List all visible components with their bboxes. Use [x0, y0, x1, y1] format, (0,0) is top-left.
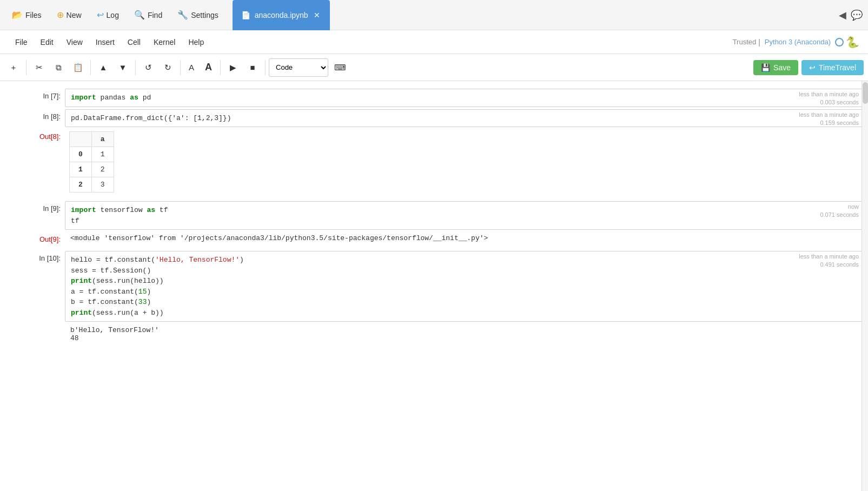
- cell-out10-text: b'Hello, TensorFlow!' 48: [65, 324, 863, 344]
- df-header-index: [70, 132, 92, 147]
- scrollbar-track[interactable]: [862, 81, 868, 491]
- cell-out10: b'Hello, TensorFlow!' 48: [65, 324, 863, 344]
- paste-button[interactable]: 📋: [69, 58, 87, 77]
- df-cell-2-idx: 2: [70, 177, 92, 193]
- toolbar-sep-1: [26, 60, 26, 75]
- add-cell-button[interactable]: +: [4, 58, 23, 77]
- log-button[interactable]: ↩ Log: [90, 6, 125, 23]
- redo-button[interactable]: ↻: [158, 58, 177, 77]
- log-icon: ↩: [97, 10, 104, 20]
- df-row-1: 1 2: [70, 162, 114, 177]
- cell-out9: <module 'tensorflow' from '/projects/ana…: [65, 232, 863, 244]
- cell-in7-meta: less than a minute ago0.003 seconds: [799, 90, 859, 107]
- find-button[interactable]: 🔍 Find: [128, 6, 169, 23]
- cell-in10-code[interactable]: hello = tf.constant('Hello, TensorFlow!'…: [65, 251, 862, 321]
- cell-out9-text: <module 'tensorflow' from '/projects/ana…: [65, 232, 863, 244]
- active-tab[interactable]: 📄 anaconda.ipynb ✕: [233, 0, 330, 30]
- toolbar-sep-5: [220, 60, 221, 75]
- df-row-0: 0 1: [70, 147, 114, 162]
- cell-in9-meta: now0.071 seconds: [820, 203, 859, 220]
- font-larger-button[interactable]: A: [200, 58, 217, 77]
- menu-cell[interactable]: Cell: [121, 34, 147, 51]
- files-label: Files: [25, 11, 42, 19]
- cell-in9[interactable]: now0.071 seconds import tensorflow as tf…: [65, 201, 863, 230]
- keyboard-button[interactable]: ⌨: [329, 58, 351, 77]
- trusted-label: Trusted: [733, 38, 757, 46]
- cell-in8-container: In [8]: less than a minute ago0.159 seco…: [0, 109, 868, 128]
- plus-icon: ⊕: [57, 10, 64, 20]
- cell-in9-code[interactable]: import tensorflow as tftf: [65, 202, 862, 229]
- df-cell-0-a: 1: [91, 147, 114, 162]
- cell-in10[interactable]: less than a minute ago0.491 seconds hell…: [65, 251, 863, 322]
- save-icon: 💾: [761, 63, 770, 72]
- timetravel-label: TimeTravel: [819, 63, 856, 72]
- folder-icon: 📂: [12, 10, 23, 20]
- cell-in10-meta: less than a minute ago0.491 seconds: [799, 253, 859, 269]
- cell-out10-container: b'Hello, TensorFlow!' 48: [0, 324, 868, 344]
- cell-out8: a 0 1 1 2 2 3: [65, 129, 863, 195]
- chevron-left-icon[interactable]: ◀: [839, 9, 846, 21]
- toolbar: + ✂ ⧉ 📋 ▲ ▼ ↺ ↻ A A ▶ ■ Code Markdown Ra…: [0, 54, 868, 81]
- log-label: Log: [107, 11, 119, 19]
- kernel-name[interactable]: Python 3 (Anaconda): [765, 38, 831, 46]
- settings-label: Settings: [191, 11, 218, 19]
- cell-in8-code[interactable]: pd.DataFrame.from_dict({'a': [1,2,3]}): [65, 110, 862, 127]
- run-button[interactable]: ▶: [224, 58, 242, 77]
- stop-button[interactable]: ■: [243, 58, 262, 77]
- menu-kernel[interactable]: Kernel: [147, 34, 182, 51]
- cell-in8[interactable]: less than a minute ago0.159 seconds pd.D…: [65, 109, 863, 128]
- df-cell-0-idx: 0: [70, 147, 92, 162]
- top-nav: 📂 Files ⊕ New ↩ Log 🔍 Find 🔧 Settings 📄 …: [0, 0, 868, 30]
- settings-button[interactable]: 🔧 Settings: [171, 6, 225, 23]
- kernel-status-icons: 🐍: [835, 36, 859, 49]
- undo-button[interactable]: ↺: [139, 58, 157, 77]
- cell-out9-label: Out[9]:: [5, 232, 65, 243]
- menu-edit[interactable]: Edit: [34, 34, 60, 51]
- nav-right-icons: ◀ 💬: [839, 9, 863, 21]
- cut-button[interactable]: ✂: [30, 58, 48, 77]
- cell-in9-label: In [9]:: [5, 201, 65, 213]
- cell-in10-label: In [10]:: [5, 251, 65, 262]
- toolbar-sep-3: [135, 60, 136, 75]
- menu-view[interactable]: View: [60, 34, 89, 51]
- cell-in9-container: In [9]: now0.071 seconds import tensorfl…: [0, 201, 868, 230]
- scrollbar-thumb[interactable]: [863, 82, 868, 104]
- tab-title: anaconda.ipynb: [255, 11, 308, 19]
- cell-in7-code[interactable]: import pandas as pd: [65, 89, 862, 107]
- df-row-2: 2 3: [70, 177, 114, 193]
- copy-button[interactable]: ⧉: [49, 58, 68, 77]
- new-button[interactable]: ⊕ New: [50, 6, 88, 23]
- move-down-button[interactable]: ▼: [114, 58, 132, 77]
- cell-in7-container: In [7]: less than a minute ago0.003 seco…: [0, 89, 868, 107]
- python-icon: 🐍: [846, 36, 859, 49]
- menu-bar: File Edit View Insert Cell Kernel Help T…: [0, 30, 868, 54]
- cell-in7-label: In [7]:: [5, 89, 65, 100]
- trusted-separator: |: [758, 38, 760, 47]
- save-button[interactable]: 💾 Save: [753, 60, 798, 75]
- search-icon: 🔍: [134, 10, 145, 20]
- wrench-icon: 🔧: [177, 10, 188, 20]
- toolbar-sep-2: [90, 60, 91, 75]
- menu-insert[interactable]: Insert: [89, 34, 121, 51]
- chat-icon[interactable]: 💬: [851, 9, 863, 21]
- find-label: Find: [148, 11, 162, 19]
- cell-in8-label: In [8]:: [5, 109, 65, 121]
- font-smaller-button[interactable]: A: [184, 58, 199, 77]
- df-header-a: a: [91, 132, 114, 147]
- menu-help[interactable]: Help: [182, 34, 210, 51]
- df-cell-1-a: 2: [91, 162, 114, 177]
- menu-file[interactable]: File: [9, 34, 34, 51]
- notebook: In [7]: less than a minute ago0.003 seco…: [0, 81, 868, 491]
- tab-close-button[interactable]: ✕: [313, 11, 321, 19]
- kernel-circle-icon: [835, 38, 844, 47]
- df-cell-2-a: 3: [91, 177, 114, 193]
- cell-in7[interactable]: less than a minute ago0.003 seconds impo…: [65, 89, 863, 107]
- toolbar-sep-6: [265, 60, 266, 75]
- cell-type-select[interactable]: Code Markdown Raw: [269, 58, 328, 77]
- timetravel-icon: ↩: [809, 63, 816, 72]
- timetravel-button[interactable]: ↩ TimeTravel: [801, 60, 864, 75]
- move-up-button[interactable]: ▲: [94, 58, 112, 77]
- save-label: Save: [773, 63, 791, 72]
- files-button[interactable]: 📂 Files: [5, 6, 48, 23]
- cell-out8-label: Out[8]:: [5, 129, 65, 141]
